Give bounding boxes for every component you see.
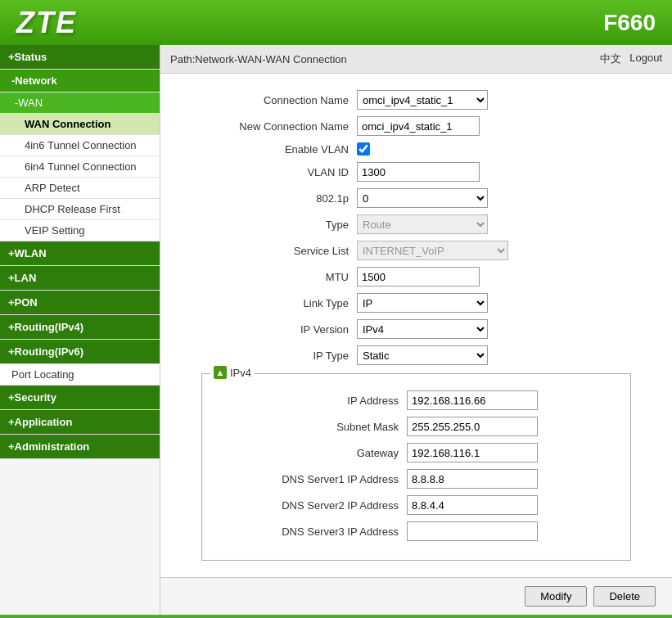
dot1p-label: 802.1p: [185, 192, 357, 205]
gateway-label: Gateway: [210, 447, 407, 459]
ipv4-section: ▲ IPv4 IP Address Subnet Mask Gateway: [201, 373, 631, 561]
main-layout: +Status -Network -WAN WAN Connection 4in…: [0, 45, 672, 615]
ip-type-row: IP Type Static DHCP: [185, 345, 647, 365]
dns1-label: DNS Server1 IP Address: [210, 473, 407, 485]
sidebar-item-veip-setting[interactable]: VEIP Setting: [0, 220, 160, 241]
new-connection-name-label: New Connection Name: [185, 120, 357, 133]
logout-link[interactable]: Logout: [629, 52, 662, 66]
sidebar-item-wlan[interactable]: +WLAN: [0, 241, 160, 266]
connection-name-row: Connection Name omci_ipv4_static_1: [185, 90, 647, 110]
sidebar-item-status[interactable]: +Status: [0, 45, 160, 70]
sidebar-item-security[interactable]: +Security: [0, 386, 160, 410]
vlan-id-label: VLAN ID: [185, 166, 357, 178]
dns2-row: DNS Server2 IP Address: [210, 495, 622, 515]
dns2-input[interactable]: [407, 495, 538, 515]
header: ZTE F660: [0, 0, 672, 45]
subnet-mask-row: Subnet Mask: [210, 417, 622, 436]
dot1p-row: 802.1p 0 1 2 3 4 5 6 7: [185, 188, 647, 208]
sidebar-item-routing-ipv6[interactable]: +Routing(IPv6): [0, 340, 160, 364]
dot1p-select[interactable]: 0 1 2 3 4 5 6 7: [357, 188, 488, 208]
type-row: Type Route Bridge: [185, 214, 647, 234]
mtu-row: MTU: [185, 267, 647, 286]
link-type-row: Link Type IP PPPoE: [185, 293, 647, 313]
dns3-row: DNS Server3 IP Address: [210, 521, 622, 541]
link-type-label: Link Type: [185, 297, 357, 309]
enable-vlan-row: Enable VLAN: [185, 142, 647, 156]
form-area: Connection Name omci_ipv4_static_1 New C…: [160, 74, 672, 577]
connection-name-select[interactable]: omci_ipv4_static_1: [357, 90, 488, 110]
service-list-select[interactable]: INTERNET_VoIP: [357, 241, 508, 260]
new-connection-name-input[interactable]: [357, 116, 480, 136]
gateway-input[interactable]: [407, 443, 538, 462]
sidebar-item-4in6[interactable]: 4in6 Tunnel Connection: [0, 135, 160, 156]
button-bar: Modify Delete: [160, 577, 672, 615]
service-list-label: Service List: [185, 245, 357, 257]
sidebar-item-wan[interactable]: -WAN: [0, 92, 160, 114]
sidebar-item-application[interactable]: +Application: [0, 410, 160, 435]
model-name: F660: [603, 10, 656, 36]
subnet-mask-label: Subnet Mask: [210, 421, 407, 433]
ip-address-label: IP Address: [210, 395, 407, 407]
delete-button[interactable]: Delete: [593, 586, 656, 607]
sidebar-item-network[interactable]: -Network: [0, 70, 160, 92]
new-connection-name-row: New Connection Name: [185, 116, 647, 136]
type-label: Type: [185, 219, 357, 231]
service-list-row: Service List INTERNET_VoIP: [185, 241, 647, 260]
mtu-label: MTU: [185, 271, 357, 283]
enable-vlan-label: Enable VLAN: [185, 143, 357, 156]
sidebar: +Status -Network -WAN WAN Connection 4in…: [0, 45, 160, 615]
sidebar-item-pon[interactable]: +PON: [0, 291, 160, 315]
vlan-id-input[interactable]: [357, 162, 480, 182]
type-select[interactable]: Route Bridge: [357, 214, 488, 234]
ipv4-section-label: ▲ IPv4: [210, 366, 255, 379]
sidebar-item-administration[interactable]: +Administration: [0, 435, 160, 459]
ip-type-label: IP Type: [185, 350, 357, 362]
mtu-input[interactable]: [357, 267, 480, 286]
logo: ZTE: [16, 6, 77, 40]
sidebar-item-dhcp-release[interactable]: DHCP Release First: [0, 199, 160, 220]
dns3-input[interactable]: [407, 521, 538, 541]
subnet-mask-input[interactable]: [407, 417, 538, 436]
link-type-select[interactable]: IP PPPoE: [357, 293, 488, 313]
ip-version-label: IP Version: [185, 323, 357, 336]
modify-button[interactable]: Modify: [525, 586, 587, 607]
breadcrumb: Path:Network-WAN-WAN Connection: [170, 53, 347, 65]
footer-bar: [0, 615, 672, 618]
path-links: 中文 Logout: [600, 52, 662, 66]
sidebar-item-routing-ipv4[interactable]: +Routing(IPv4): [0, 315, 160, 340]
connection-name-label: Connection Name: [185, 94, 357, 106]
gateway-row: Gateway: [210, 443, 622, 462]
sidebar-item-6in4[interactable]: 6in4 Tunnel Connection: [0, 156, 160, 178]
ip-type-select[interactable]: Static DHCP: [357, 345, 488, 365]
dns3-label: DNS Server3 IP Address: [210, 526, 407, 538]
ip-version-row: IP Version IPv4 IPv6: [185, 319, 647, 339]
sidebar-item-wan-connection[interactable]: WAN Connection: [0, 114, 160, 135]
ip-address-row: IP Address: [210, 390, 622, 410]
sidebar-item-port-locating[interactable]: Port Locating: [0, 364, 160, 386]
ip-version-select[interactable]: IPv4 IPv6: [357, 319, 488, 339]
ipv4-collapse-button[interactable]: ▲: [214, 366, 227, 379]
chinese-link[interactable]: 中文: [600, 52, 621, 66]
dns1-input[interactable]: [407, 469, 538, 489]
ip-address-input[interactable]: [407, 390, 538, 410]
sidebar-item-arp-detect[interactable]: ARP Detect: [0, 178, 160, 199]
vlan-id-row: VLAN ID: [185, 162, 647, 182]
sidebar-item-lan[interactable]: +LAN: [0, 266, 160, 291]
path-bar: Path:Network-WAN-WAN Connection 中文 Logou…: [160, 45, 672, 74]
enable-vlan-checkbox[interactable]: [357, 142, 370, 156]
content: Path:Network-WAN-WAN Connection 中文 Logou…: [160, 45, 672, 615]
dns1-row: DNS Server1 IP Address: [210, 469, 622, 489]
dns2-label: DNS Server2 IP Address: [210, 499, 407, 512]
